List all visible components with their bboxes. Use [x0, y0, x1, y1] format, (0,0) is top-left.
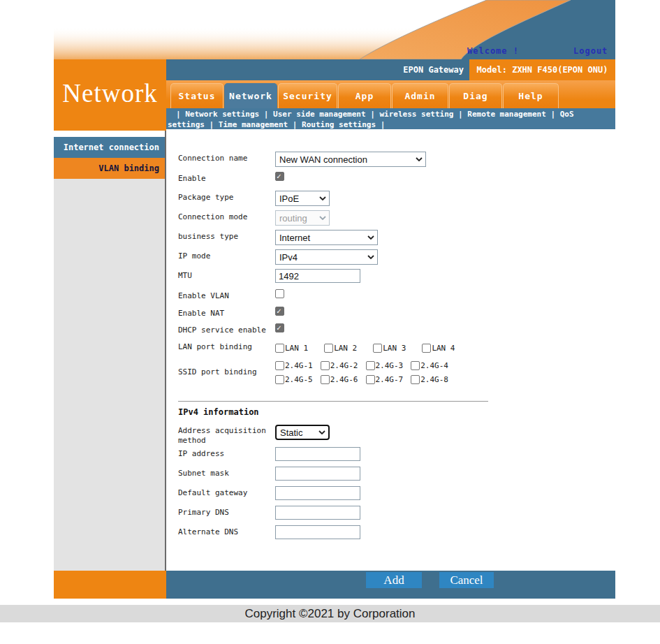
chevron-down-icon: [416, 157, 423, 161]
form-row: IP address: [178, 447, 360, 461]
primary-dns-input[interactable]: [275, 506, 360, 520]
connection-name-select[interactable]: New WAN connection: [275, 152, 426, 167]
form-row: Subnet mask: [178, 467, 360, 481]
ssid8-checkbox[interactable]: [411, 375, 420, 384]
page-frame: Welcome ! Logout EPON Gateway Model: ZXH…: [54, 0, 615, 599]
chevron-down-icon: [367, 235, 374, 240]
tab-app[interactable]: App: [338, 83, 391, 108]
form-row: Package type IPoE: [178, 191, 330, 206]
default-gateway-input[interactable]: [275, 486, 360, 500]
sidebar-bottom-block: [54, 571, 166, 599]
package-type-select[interactable]: IPoE: [275, 191, 330, 206]
enable-vlan-checkbox[interactable]: [275, 289, 284, 298]
field-label: IP address: [178, 447, 275, 459]
subnav-item-wireless-setting[interactable]: wireless setting: [379, 110, 453, 119]
subnav-item-time-management[interactable]: Time management: [219, 120, 288, 129]
field-label: Primary DNS: [178, 506, 275, 518]
ssid6-checkbox[interactable]: [321, 375, 330, 384]
form-row: MTU: [178, 269, 360, 283]
tab-admin[interactable]: Admin: [392, 83, 448, 108]
section-divider: [178, 401, 488, 402]
subnav-item-user-side-management[interactable]: User side management: [273, 110, 365, 119]
footer-copyright: Copyright ©2021 by Corporation: [0, 605, 660, 622]
field-label: Enable: [178, 172, 275, 184]
model-bar: EPON Gateway Model: ZXHN F450(EPON ONU): [166, 59, 615, 80]
tab-network[interactable]: Network: [224, 83, 277, 108]
tab-bar: Status Network Security App Admin Diag H…: [166, 80, 615, 108]
ssid1-checkbox[interactable]: [275, 361, 284, 370]
lan-port-binding-group: LAN 1 LAN 2 LAN 3 LAN 4: [275, 341, 471, 355]
separator: |: [210, 120, 214, 129]
ssid2-checkbox[interactable]: [321, 361, 330, 370]
lan2-checkbox[interactable]: [324, 344, 333, 353]
form-row: Enable VLAN: [178, 289, 284, 301]
field-label: Connection mode: [178, 210, 275, 222]
sidebar-item-internet-connection[interactable]: Internet connection: [54, 137, 165, 158]
tab-diag[interactable]: Diag: [449, 83, 502, 108]
field-label: Alternate DNS: [178, 525, 275, 537]
form-row: SSID port binding 2.4G-1 2.4G-2 2.4G-3 2…: [178, 358, 456, 386]
field-label: MTU: [178, 269, 275, 281]
add-button[interactable]: Add: [366, 572, 422, 588]
lan3-checkbox[interactable]: [373, 344, 382, 353]
form-row: Enable NAT: [178, 307, 284, 319]
banner: Welcome ! Logout: [54, 0, 615, 59]
subnav-item-routing-settings[interactable]: Routing settings: [302, 120, 376, 129]
ipv4-section-title: IPv4 information: [178, 407, 259, 417]
field-label: IP mode: [178, 249, 275, 261]
subnav-bar: | Network settings | User side managemen…: [166, 108, 615, 129]
lan1-checkbox[interactable]: [275, 344, 284, 353]
field-label: Default gateway: [178, 486, 275, 498]
form-row: Address acquisition method Static: [178, 425, 330, 446]
field-label: LAN port binding: [178, 341, 275, 352]
cancel-button[interactable]: Cancel: [439, 572, 494, 588]
ssid4-checkbox[interactable]: [411, 361, 420, 370]
address-acquisition-select[interactable]: Static: [275, 425, 330, 440]
subnav-item-network-settings[interactable]: Network settings: [185, 110, 259, 119]
chevron-down-icon: [319, 216, 326, 220]
form-row: Enable: [178, 172, 284, 184]
tab-status[interactable]: Status: [170, 83, 223, 108]
ip-address-input[interactable]: [275, 447, 360, 461]
field-label: SSID port binding: [178, 358, 275, 377]
ssid7-checkbox[interactable]: [366, 375, 375, 384]
form-row: Primary DNS: [178, 506, 360, 520]
ip-mode-select[interactable]: IPv4: [275, 249, 378, 265]
dhcp-service-checkbox[interactable]: [275, 323, 284, 332]
lan4-checkbox[interactable]: [422, 344, 431, 353]
separator: |: [293, 120, 298, 129]
banner-swoosh-graphic: [54, 0, 615, 59]
sidebar-item-vlan-binding[interactable]: VLAN binding: [54, 158, 165, 179]
action-bar: Add Cancel: [166, 571, 615, 599]
subnav-items: | Network settings | User side managemen…: [168, 109, 587, 130]
ssid-port-binding-group: 2.4G-1 2.4G-2 2.4G-3 2.4G-4 2.4G-5 2.4G-…: [275, 358, 456, 386]
alternate-dns-input[interactable]: [275, 525, 360, 539]
tab-help[interactable]: Help: [503, 83, 559, 108]
logout-link[interactable]: Logout: [573, 46, 608, 56]
mtu-input[interactable]: [275, 269, 360, 283]
ssid5-checkbox[interactable]: [275, 375, 284, 384]
field-label: Enable NAT: [178, 307, 275, 319]
gateway-label: EPON Gateway: [166, 59, 469, 80]
enable-nat-checkbox[interactable]: [275, 307, 284, 316]
field-label: DHCP service enable: [178, 323, 275, 335]
subnet-mask-input[interactable]: [275, 467, 360, 481]
form-row: Connection name New WAN connection: [178, 152, 426, 167]
enable-checkbox[interactable]: [275, 172, 284, 181]
ssid3-checkbox[interactable]: [366, 361, 375, 370]
subnav-item-remote-management[interactable]: Remote management: [467, 110, 546, 119]
sidebar-gap: [54, 131, 165, 137]
field-label: business type: [178, 230, 275, 242]
form-row: DHCP service enable: [178, 323, 284, 335]
field-label: Connection name: [178, 152, 275, 163]
field-label: Address acquisition method: [178, 425, 275, 446]
form-row: Default gateway: [178, 486, 360, 500]
chevron-down-icon: [367, 255, 374, 259]
field-label: Subnet mask: [178, 467, 275, 478]
business-type-select[interactable]: Internet: [275, 230, 378, 245]
sidebar: Internet connection VLAN binding: [54, 131, 166, 571]
form-row: LAN port binding LAN 1 LAN 2 LAN 3 LAN 4: [178, 341, 471, 355]
tab-security[interactable]: Security: [278, 83, 337, 108]
separator: |: [370, 110, 375, 119]
section-title: Network: [54, 59, 166, 131]
